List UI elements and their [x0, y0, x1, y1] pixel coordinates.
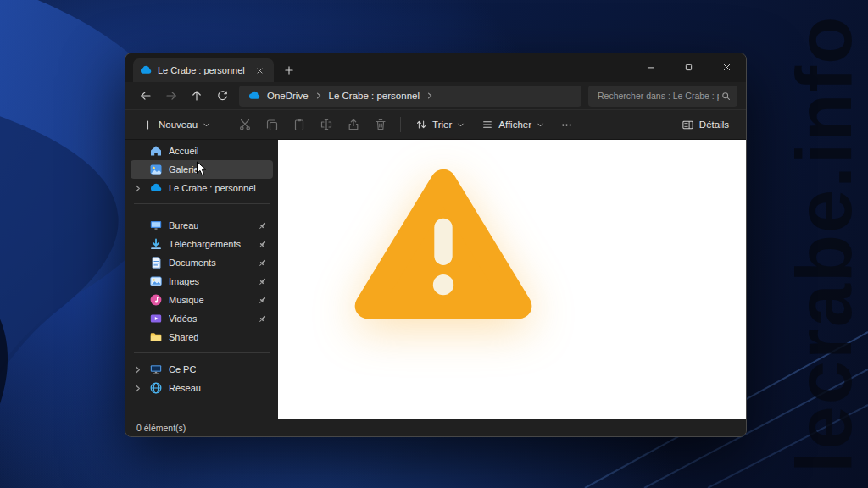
sidebar-item-ce-pc[interactable]: Ce PC [131, 360, 273, 379]
chevron-right-icon [133, 384, 142, 393]
copy-button[interactable] [259, 113, 285, 136]
gutter [132, 313, 143, 324]
item-count: 0 élément(s) [136, 423, 186, 433]
share-button[interactable] [341, 113, 366, 136]
sidebar-item-label: Vidéos [169, 313, 197, 324]
toolbar-separator [400, 117, 401, 132]
sidebar-item-musique[interactable]: Musique [131, 291, 273, 309]
sidebar-item-label: Réseau [169, 383, 201, 393]
plus-icon [142, 119, 153, 130]
search-input[interactable] [596, 90, 721, 102]
chevron-down-icon [457, 121, 465, 129]
forward-button[interactable] [159, 84, 183, 108]
maximize-button[interactable] [670, 53, 708, 80]
expand-chevron[interactable] [132, 364, 143, 375]
onedrive-icon [248, 89, 261, 103]
forward-arrow-icon [164, 89, 178, 103]
sidebar-item-label: Galerie [169, 164, 198, 175]
chevron-right-icon [314, 92, 323, 100]
gallery-icon [149, 163, 163, 176]
desktop-icon [149, 219, 163, 232]
sort-button[interactable]: Trier [408, 113, 472, 136]
tab-le-crabe-personnel[interactable]: Le Crabe : personnel [133, 58, 274, 82]
copy-icon [265, 118, 279, 131]
cut-button[interactable] [232, 113, 258, 136]
chevron-right-icon [426, 92, 434, 100]
sidebar-item-label: Musique [169, 295, 204, 305]
explorer-body: Accueil Galerie [125, 140, 746, 419]
pin-icon [257, 239, 268, 250]
close-window-button[interactable] [708, 53, 746, 80]
details-pane-icon [682, 119, 694, 131]
gutter [132, 146, 143, 157]
downloads-icon [149, 237, 163, 251]
minimize-button[interactable] [632, 53, 670, 80]
rename-icon [320, 118, 333, 131]
sidebar-item-le-crabe-personnel[interactable]: Le Crabe : personnel [131, 179, 273, 197]
up-arrow-icon [190, 89, 203, 103]
rename-button[interactable] [314, 113, 339, 136]
sidebar-divider [134, 352, 270, 353]
view-button[interactable]: Afficher [474, 113, 552, 136]
search-icon[interactable] [721, 91, 732, 102]
breadcrumb[interactable]: OneDrive Le Crabe : personnel [239, 86, 581, 107]
folder-content-area[interactable] [278, 140, 746, 419]
sidebar-item-videos[interactable]: Vidéos [131, 309, 273, 328]
refresh-button[interactable] [210, 84, 234, 108]
gutter [132, 220, 143, 231]
sidebar-item-shared[interactable]: Shared [131, 328, 273, 347]
sidebar-item-images[interactable]: Images [131, 272, 273, 291]
more-options-button[interactable] [554, 113, 579, 136]
mouse-cursor [196, 161, 209, 176]
gutter [132, 258, 143, 269]
paste-icon [292, 118, 306, 131]
up-button[interactable] [185, 84, 209, 108]
gutter [132, 332, 143, 343]
details-button[interactable]: Détails [674, 113, 737, 136]
sort-icon [415, 119, 427, 130]
tab-close-button[interactable] [251, 62, 268, 79]
new-tab-button[interactable] [281, 62, 298, 79]
sidebar-divider [134, 203, 270, 204]
plus-icon [284, 65, 294, 75]
new-button[interactable]: Nouveau [135, 113, 218, 136]
file-explorer-window: Le Crabe : personnel [125, 53, 747, 437]
cut-icon [238, 118, 252, 131]
videos-icon [149, 312, 163, 325]
chevron-right-icon [133, 184, 142, 193]
expand-chevron[interactable] [132, 183, 143, 194]
breadcrumb-item-le-crabe[interactable]: Le Crabe : personnel [329, 91, 420, 101]
back-button[interactable] [134, 84, 158, 108]
pin-icon [257, 220, 268, 231]
tab-title: Le Crabe : personnel [158, 65, 246, 75]
close-icon [256, 67, 264, 75]
view-button-label: Afficher [498, 119, 531, 130]
sidebar-item-bureau[interactable]: Bureau [131, 216, 273, 235]
sidebar-item-accueil[interactable]: Accueil [131, 141, 273, 160]
sidebar-item-label: Documents [169, 258, 216, 268]
delete-button[interactable] [368, 113, 393, 136]
gutter [132, 164, 143, 175]
chevron-down-icon [537, 121, 544, 129]
gutter [132, 295, 143, 306]
refresh-icon [216, 90, 229, 103]
sidebar-item-label: Bureau [169, 220, 198, 230]
sidebar-item-label: Le Crabe : personnel [169, 183, 256, 193]
pin-icon [257, 295, 268, 306]
paste-button[interactable] [287, 113, 312, 136]
status-bar: 0 élément(s) [125, 419, 746, 436]
breadcrumb-item-onedrive[interactable]: OneDrive [267, 91, 309, 101]
sidebar-item-reseau[interactable]: Réseau [131, 379, 273, 397]
tab-strip: Le Crabe : personnel [125, 53, 746, 82]
expand-chevron[interactable] [132, 383, 143, 394]
sidebar-item-label: Shared [169, 332, 198, 342]
ellipsis-icon [560, 119, 573, 131]
gutter [132, 239, 143, 250]
pictures-icon [149, 274, 163, 288]
this-pc-icon [149, 363, 163, 376]
documents-icon [149, 256, 163, 269]
sidebar-item-documents[interactable]: Documents [131, 253, 273, 272]
sidebar-item-telechargements[interactable]: Téléchargements [131, 235, 273, 253]
gutter [132, 276, 143, 287]
maximize-icon [684, 63, 693, 72]
